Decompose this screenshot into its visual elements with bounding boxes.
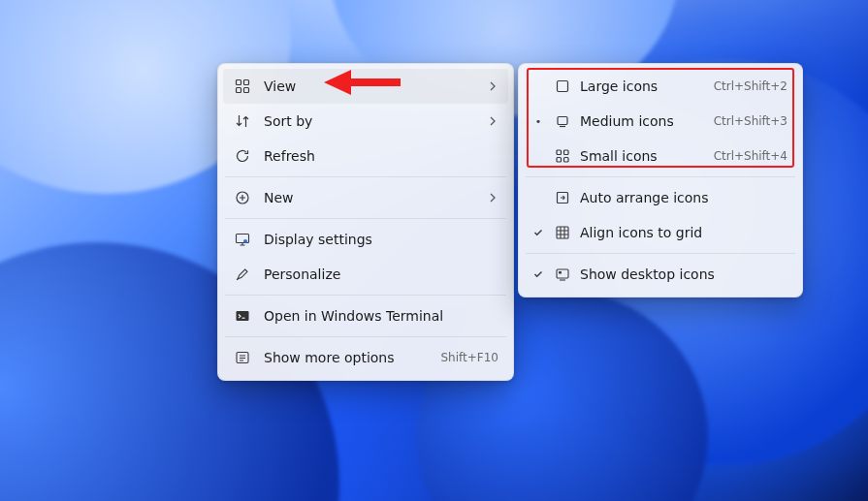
menu-item-label: Align icons to grid [580,225,788,240]
menu-separator [526,253,795,254]
menu-item-label: Auto arrange icons [580,190,788,205]
menu-item-label: View [264,78,475,94]
svg-rect-7 [237,311,249,321]
menu-item-shortcut: Ctrl+Shift+4 [714,149,788,163]
menu-item-label: Display settings [264,232,498,247]
submenu-item-small-icons[interactable]: Small icons Ctrl+Shift+4 [524,139,797,173]
menu-item-view[interactable]: View [223,69,508,104]
menu-item-label: Open in Windows Terminal [264,308,498,324]
new-icon [235,190,250,205]
auto-arrange-icon [555,190,570,205]
menu-item-label: Large icons [580,78,704,94]
chevron-right-icon [489,116,498,126]
menu-separator [526,176,795,177]
menu-item-new[interactable]: New [223,180,508,215]
svg-rect-17 [557,269,568,278]
chevron-right-icon [489,193,498,203]
svg-rect-13 [557,158,562,163]
submenu-item-align-to-grid[interactable]: Align icons to grid [524,215,797,250]
check-indicator [531,269,545,279]
large-icons-icon [555,78,570,94]
menu-item-sort-by[interactable]: Sort by [223,104,508,139]
svg-rect-9 [558,81,568,92]
svg-rect-2 [237,88,241,93]
menu-item-shortcut: Shift+F10 [440,351,498,364]
svg-rect-18 [559,271,562,274]
desktop-context-menu: View Sort by Refresh [217,63,514,381]
menu-item-label: Refresh [264,148,498,164]
personalize-icon [235,266,250,282]
show-desktop-icon [555,266,570,282]
radio-indicator: • [531,115,545,128]
svg-rect-11 [557,150,562,155]
check-indicator [531,228,545,237]
menu-item-label: Small icons [580,148,704,164]
svg-rect-10 [558,117,567,125]
menu-item-display-settings[interactable]: Display settings [223,222,508,257]
svg-rect-16 [557,227,568,238]
menu-item-shortcut: Ctrl+Shift+2 [714,79,788,93]
menu-item-label: Personalize [264,266,498,282]
menu-item-label: Show more options [264,350,427,365]
menu-item-refresh[interactable]: Refresh [223,139,508,173]
menu-item-personalize[interactable]: Personalize [223,257,508,292]
view-submenu: Large icons Ctrl+Shift+2 • Medium icons … [518,63,803,297]
svg-rect-14 [564,158,569,163]
chevron-right-icon [489,81,498,91]
menu-item-show-more-options[interactable]: Show more options Shift+F10 [223,340,508,375]
menu-separator [225,218,506,219]
menu-separator [225,176,506,177]
sort-icon [235,113,250,129]
menu-separator [225,295,506,296]
svg-rect-3 [244,88,249,93]
refresh-icon [235,148,250,164]
menu-item-shortcut: Ctrl+Shift+3 [714,114,788,128]
submenu-item-medium-icons[interactable]: • Medium icons Ctrl+Shift+3 [524,104,797,139]
terminal-icon [235,308,250,324]
display-settings-icon [235,232,250,247]
menu-item-label: Sort by [264,113,475,129]
align-grid-icon [555,225,570,240]
submenu-item-show-desktop-icons[interactable]: Show desktop icons [524,257,797,292]
svg-rect-1 [244,80,249,85]
svg-point-6 [243,239,247,243]
view-icon [235,78,250,94]
submenu-item-auto-arrange[interactable]: Auto arrange icons [524,180,797,215]
svg-rect-0 [237,80,241,85]
medium-icons-icon [555,113,570,129]
svg-rect-12 [564,150,569,155]
submenu-item-large-icons[interactable]: Large icons Ctrl+Shift+2 [524,69,797,104]
menu-item-open-terminal[interactable]: Open in Windows Terminal [223,298,508,333]
menu-item-label: Medium icons [580,113,704,129]
small-icons-icon [555,148,570,164]
menu-item-label: Show desktop icons [580,266,788,282]
menu-separator [225,336,506,337]
menu-item-label: New [264,190,475,205]
show-more-icon [235,350,250,365]
